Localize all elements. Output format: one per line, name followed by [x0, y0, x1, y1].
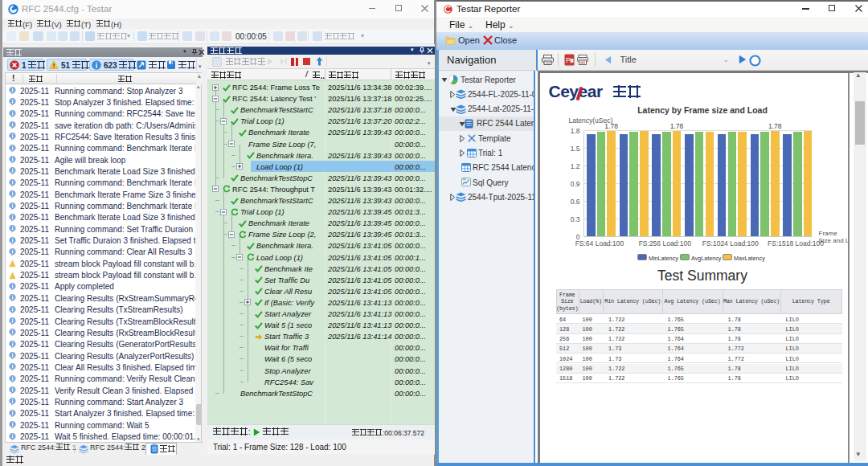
svg-text:P: P	[566, 56, 571, 64]
